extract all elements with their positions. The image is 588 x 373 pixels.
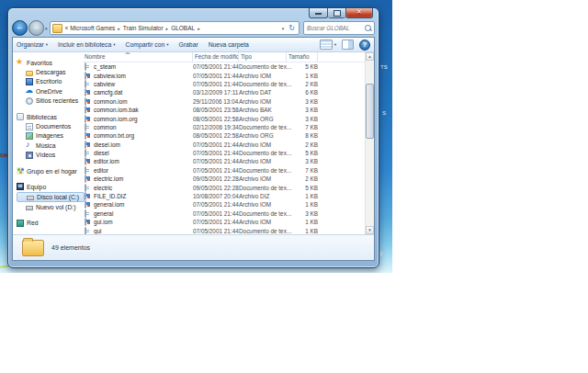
forward-button[interactable]: → bbox=[28, 20, 44, 36]
back-button[interactable]: ← bbox=[12, 20, 28, 36]
file-row[interactable]: diesel 07/05/2001 21:44 Documento de tex… bbox=[83, 149, 366, 157]
help-icon[interactable]: ? bbox=[359, 40, 370, 51]
sidebar-group-header[interactable]: Bibliotecas bbox=[17, 112, 86, 121]
file-type: Archivo IOM bbox=[239, 98, 287, 105]
change-view-icon[interactable] bbox=[320, 40, 333, 50]
file-size: 3 KB bbox=[287, 116, 318, 122]
vertical-scrollbar[interactable]: ▲ ▼ bbox=[365, 52, 374, 234]
toolbar-button[interactable]: Organizar ▾ bbox=[17, 41, 48, 48]
toolbar-button-label: Compartir con bbox=[126, 41, 165, 48]
breadcrumb-segment[interactable]: Microsoft Games bbox=[69, 25, 116, 31]
file-type: Archivo DIZ bbox=[239, 193, 287, 199]
sidebar-group-header[interactable]: Equipo bbox=[17, 182, 86, 191]
sidebar-item[interactable]: Descargas bbox=[17, 67, 86, 76]
address-folder-icon bbox=[52, 24, 62, 33]
close-button[interactable] bbox=[345, 8, 373, 18]
file-row[interactable]: camcfg.dat 03/12/2009 17:11 Archivo DAT … bbox=[83, 88, 366, 96]
star-icon bbox=[17, 59, 24, 66]
search-icon bbox=[365, 25, 371, 31]
file-date: 07/05/2001 21:44 bbox=[193, 167, 239, 174]
file-row[interactable]: general.iom 07/05/2001 21:44 Archivo IOM… bbox=[83, 200, 366, 209]
file-row[interactable]: electric 09/05/2001 22:28 Documento de t… bbox=[83, 183, 366, 191]
toolbar-button[interactable]: Nueva carpeta bbox=[209, 41, 249, 48]
sidebar-group-header[interactable]: Grupo en el hogar bbox=[17, 166, 86, 175]
binary-file-icon bbox=[85, 131, 86, 140]
dropdown-caret-icon: ▾ bbox=[46, 42, 48, 47]
sidebar-item[interactable]: Nuevo vol (D:) bbox=[17, 202, 86, 211]
column-headers: Nombre Fecha de modifica... Tipo Tamaño bbox=[83, 52, 366, 62]
file-type: Archivo IOM bbox=[239, 141, 287, 148]
file-row[interactable]: electric.iom 09/05/2001 22:28 Archivo IO… bbox=[83, 175, 366, 183]
sidebar-item-label: Bibliotecas bbox=[27, 114, 57, 120]
sidebar-item-label: Nuevo vol (D:) bbox=[36, 204, 75, 210]
file-row[interactable]: common.txt.org 08/05/2001 22:58 Archivo … bbox=[83, 131, 366, 140]
file-name: gui bbox=[94, 228, 193, 234]
toolbar-button-label: Nueva carpeta bbox=[209, 41, 249, 48]
sidebar-group-header[interactable]: Favoritos bbox=[17, 58, 86, 67]
breadcrumb-segment[interactable]: GLOBAL bbox=[170, 25, 196, 31]
sidebar-item[interactable]: Vídeos bbox=[17, 151, 86, 160]
scrollbar-thumb[interactable] bbox=[366, 84, 374, 139]
sidebar-item[interactable]: Documentos bbox=[17, 121, 86, 130]
file-row[interactable]: diesel.iom 07/05/2001 21:44 Archivo IOM … bbox=[83, 141, 366, 149]
file-row[interactable]: cabview 07/05/2001 21:44 Documento de te… bbox=[83, 80, 366, 88]
search-input[interactable] bbox=[307, 25, 365, 31]
column-header-size[interactable]: Tamaño bbox=[287, 52, 318, 62]
text-document-icon bbox=[85, 166, 86, 175]
file-date: 08/05/2001 22:58 bbox=[193, 116, 239, 122]
breadcrumb-segment[interactable]: Train Simulator bbox=[122, 25, 164, 31]
column-header-name[interactable]: Nombre bbox=[83, 52, 193, 62]
file-row[interactable]: FILE_ID.DIZ 10/08/2007 20:04 Archivo DIZ… bbox=[83, 192, 366, 200]
file-row[interactable]: common.iom.bak 08/05/2001 23:58 Archivo … bbox=[83, 106, 366, 114]
sidebar-item[interactable]: OneDrive bbox=[17, 86, 86, 96]
file-row[interactable]: editor 07/05/2001 21:44 Documento de tex… bbox=[83, 166, 366, 175]
address-dropdown-icon[interactable]: ▾ bbox=[279, 26, 288, 31]
scroll-down-icon[interactable]: ▼ bbox=[366, 226, 374, 234]
maximize-button[interactable] bbox=[328, 8, 345, 18]
search-box[interactable] bbox=[303, 21, 375, 35]
file-name: cabview bbox=[94, 81, 193, 87]
sidebar-item[interactable]: Música bbox=[17, 141, 86, 150]
column-header-type[interactable]: Tipo bbox=[239, 52, 287, 62]
sidebar-item-label: Equipo bbox=[27, 184, 46, 190]
file-size: 1 KB bbox=[287, 201, 318, 208]
file-row[interactable]: editor.iom 07/05/2001 21:44 Archivo IOM … bbox=[83, 157, 366, 165]
file-size: 2 KB bbox=[287, 81, 318, 87]
file-row[interactable]: c_steam 07/05/2001 21:44 Documento de te… bbox=[83, 62, 366, 71]
column-header-date[interactable]: Fecha de modifica... bbox=[193, 52, 239, 62]
file-size: 7 KB bbox=[287, 167, 318, 174]
sidebar-group-header[interactable]: Red bbox=[17, 218, 86, 227]
file-row[interactable]: common 02/12/2006 19:34 Documento de tex… bbox=[83, 123, 366, 131]
file-name: camcfg.dat bbox=[94, 89, 193, 96]
recent-pages-caret-icon[interactable]: ▾ bbox=[45, 26, 48, 31]
file-row[interactable]: common.iom 29/11/2006 13:04 Archivo IOM … bbox=[83, 97, 366, 106]
file-row[interactable]: general 07/05/2001 21:44 Documento de te… bbox=[83, 209, 366, 218]
homegroup-icon bbox=[17, 167, 24, 175]
refresh-icon[interactable]: ↻ bbox=[287, 24, 297, 33]
file-size: 5 KB bbox=[287, 63, 318, 70]
file-date: 07/05/2001 21:44 bbox=[193, 210, 239, 217]
file-row[interactable]: gui 07/05/2001 21:44 Documento de tex...… bbox=[83, 226, 366, 234]
breadcrumb-separator-icon[interactable]: ▸ bbox=[196, 26, 202, 31]
file-row[interactable]: cabview.iom 07/05/2001 21:44 Archivo IOM… bbox=[83, 71, 366, 79]
scroll-up-icon[interactable]: ▲ bbox=[366, 52, 374, 61]
toolbar-button[interactable]: Incluir en biblioteca ▾ bbox=[58, 41, 115, 48]
file-name: electric.iom bbox=[94, 175, 193, 182]
cloud-icon bbox=[26, 87, 33, 95]
file-type: Archivo IOM bbox=[239, 201, 287, 208]
address-bar[interactable]: « Microsoft Games ▸ Train Simulator ▸ GL… bbox=[50, 21, 300, 35]
file-size: 1 KB bbox=[287, 73, 318, 79]
file-date: 03/12/2009 17:11 bbox=[193, 89, 239, 96]
minimize-button[interactable] bbox=[309, 8, 328, 18]
sidebar-item[interactable]: Disco local (C:) bbox=[17, 192, 85, 202]
file-row[interactable]: common.iom.org 08/05/2001 22:58 Archivo … bbox=[83, 114, 366, 122]
toolbar-button[interactable]: Compartir con ▾ bbox=[126, 41, 169, 48]
recent-icon bbox=[26, 97, 33, 105]
file-row[interactable]: gui.iom 07/05/2001 21:44 Archivo IOM 1 K… bbox=[83, 218, 366, 226]
preview-pane-icon[interactable] bbox=[342, 40, 354, 50]
sidebar-item[interactable]: Sitios recientes bbox=[17, 96, 86, 106]
toolbar-button[interactable]: Grabar bbox=[179, 41, 198, 48]
dropdown-caret-icon: ▾ bbox=[166, 42, 168, 47]
toolbar-button-label: Incluir en biblioteca bbox=[58, 41, 111, 48]
change-view-caret-icon[interactable]: ▾ bbox=[334, 42, 336, 47]
